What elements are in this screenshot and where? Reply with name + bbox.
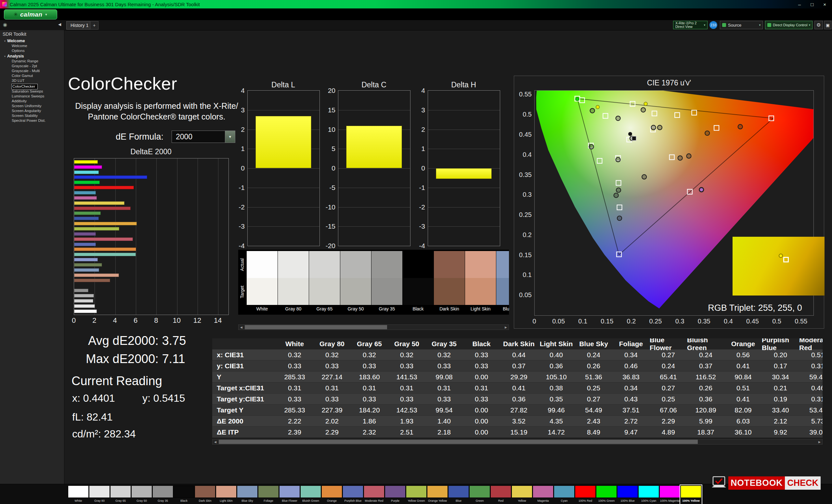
sidebar-item-screen-uniformity[interactable]: Screen Uniformity — [0, 104, 64, 109]
patch-blue-sky[interactable]: Blue Sky — [237, 485, 258, 504]
swatch-strip-scrollbar[interactable]: ◀ ▶ — [238, 325, 509, 330]
patch-orange[interactable]: Orange — [321, 485, 342, 504]
patch-black[interactable]: Black — [174, 485, 194, 504]
display-control-dropdown[interactable]: Direct Display Control ▼ — [765, 21, 812, 29]
delta-chart-title: Delta L — [247, 81, 319, 89]
patch-red[interactable]: Red — [490, 485, 511, 504]
close-button[interactable]: × — [823, 2, 826, 7]
delta-gridline — [428, 226, 500, 227]
meter-dropdown[interactable]: X-Rite i1Pro 2 Direct View ▼ — [673, 21, 707, 29]
scroll-right-icon[interactable]: ▶ — [817, 440, 822, 444]
sidebar-item-3d-lut[interactable]: 3D LUT — [0, 78, 64, 83]
sidebar-item-welcome[interactable]: Welcome — [0, 44, 64, 48]
patch-100-magenta[interactable]: 100% Magenta — [659, 485, 680, 504]
patch-100-cyan[interactable]: 100% Cyan — [638, 485, 659, 504]
sidebar-item-saturation-sweeps[interactable]: Saturation Sweeps — [0, 89, 64, 94]
patch-100-blue[interactable]: 100% Blue — [617, 485, 638, 504]
patch-100-red[interactable]: 100% Red — [575, 485, 596, 504]
swatch-target — [496, 278, 509, 305]
table-cell: 0.32 — [351, 349, 388, 360]
layout-button[interactable]: ▣ — [824, 21, 831, 29]
table-column-blue-flower: Blue Flower — [650, 338, 687, 349]
sidebar-item-luminance-sweeps[interactable]: Luminance Sweeps — [0, 94, 64, 99]
page-title: ColorChecker — [68, 74, 177, 93]
patch-magenta[interactable]: Magenta — [533, 485, 553, 504]
patch-gray-50[interactable]: Gray 50 — [131, 485, 152, 504]
patch-gray-65[interactable]: Gray 65 — [110, 485, 131, 504]
scrollbar-track[interactable] — [244, 325, 503, 330]
maximize-button[interactable]: □ — [810, 2, 813, 7]
patch-cyan[interactable]: Cyan — [554, 485, 575, 504]
sidebar-item-color-gamut[interactable]: Color Gamut — [0, 74, 64, 78]
table-cell: 2.51 — [388, 427, 425, 438]
sidebar-item-options[interactable]: Options — [0, 48, 64, 53]
sidebar-item-grayscale-multi[interactable]: Grayscale - Multi — [0, 68, 64, 74]
sidebar-collapse-icon[interactable]: ◀ — [58, 22, 61, 27]
patch-purple[interactable]: Purple — [385, 485, 406, 504]
scrollbar-track[interactable] — [218, 439, 817, 444]
patch-dark-skin[interactable]: Dark Skin — [195, 485, 215, 504]
delta-chart-title: Delta H — [428, 81, 499, 89]
scroll-left-icon[interactable]: ◀ — [212, 440, 218, 444]
patch-blue[interactable]: Blue — [448, 485, 469, 504]
colorchecker-data-table: WhiteGray 80Gray 65Gray 50Gray 35BlackDa… — [212, 338, 823, 438]
scroll-right-icon[interactable]: ▶ — [503, 326, 509, 329]
patch-100-yellow[interactable]: 100% Yellow — [680, 485, 701, 504]
tab-history-1[interactable]: History 1 — [66, 21, 93, 30]
patch-yellow[interactable]: Yellow — [512, 485, 532, 504]
patch-green[interactable]: Green — [469, 485, 490, 504]
patch-light-skin[interactable]: Light Skin — [216, 485, 237, 504]
patch-moderate-red[interactable]: Moderate Red — [364, 485, 385, 504]
sidebar-item-grayscale-2pt[interactable]: Grayscale - 2pt — [0, 64, 64, 68]
swatch-label: Blue Sky — [496, 305, 509, 313]
sidebar-item-colorchecker[interactable]: ColorChecker — [12, 84, 37, 89]
patch-orange-yellow[interactable]: Orange Yellow — [427, 485, 448, 504]
table-cell: 0.00 — [463, 416, 500, 426]
patch-100-green[interactable]: 100% Green — [596, 485, 617, 504]
minimize-button[interactable]: – — [798, 2, 801, 7]
delta-chart-title: Delta C — [338, 81, 410, 89]
patch-swatch — [469, 485, 490, 498]
add-tab-button[interactable]: + — [90, 21, 99, 30]
workspace-pin-icon[interactable]: ◉ — [3, 22, 7, 28]
scrollbar-thumb[interactable] — [245, 325, 387, 329]
deltae-bar-white — [74, 309, 97, 313]
patch-label: Blue Sky — [237, 498, 258, 504]
table-cell: 0.32 — [313, 349, 351, 360]
patch-blue-flower[interactable]: Blue Flower — [279, 485, 300, 504]
sidebar-item-screen-angularity[interactable]: Screen Angularity — [0, 109, 64, 113]
sidebar-item-additivity[interactable]: Additivity — [0, 99, 64, 104]
patch-gray-80[interactable]: Gray 80 — [89, 485, 110, 504]
swatch-target — [434, 278, 465, 305]
patch-foliage[interactable]: Foliage — [258, 485, 279, 504]
table-cell: 8.49 — [575, 427, 612, 438]
source-dropdown[interactable]: Source ▼ — [720, 21, 763, 29]
patch-white[interactable]: White — [68, 485, 89, 504]
sidebar-section-analysis[interactable]: ▾Analysis — [0, 53, 64, 59]
sidebar-section-welcome[interactable]: ▾Welcome — [0, 38, 64, 44]
sidebar-item-spectral-power-dist[interactable]: Spectral Power Dist. — [0, 118, 64, 123]
scrollbar-thumb[interactable] — [219, 440, 698, 444]
calman-logo-button[interactable]: ✳ calman ▼ — [4, 9, 57, 20]
swatch-target — [340, 278, 371, 305]
cie-accent-marker — [700, 188, 703, 192]
patch-purplish-blue[interactable]: Purplish Blue — [342, 485, 363, 504]
patch-gray-35[interactable]: Gray 35 — [152, 485, 173, 504]
measurement-count-badge[interactable]: 233 — [709, 21, 717, 29]
delta-gridline — [248, 168, 319, 169]
de-formula-select[interactable]: 2000 ▼ — [172, 131, 235, 143]
table-scrollbar[interactable]: ◀ ▶ — [212, 439, 823, 445]
cie-measured-marker — [617, 216, 622, 221]
patch-yellow-green[interactable]: Yellow Green — [406, 485, 427, 504]
sidebar-item-screen-stability[interactable]: Screen Stability — [0, 113, 64, 118]
delta-y-tick: -3 — [231, 222, 245, 230]
deltae-x-tick: 6 — [134, 316, 137, 325]
table-cell: 2.39 — [276, 427, 313, 438]
cie-measured-marker — [738, 124, 743, 129]
patch-bluish-green[interactable]: Bluish Green — [300, 485, 321, 504]
settings-button[interactable]: ⚙ — [814, 21, 823, 29]
sidebar-item-dynamic-range[interactable]: Dynamic Range — [0, 59, 64, 64]
deltae-bar-row — [74, 258, 229, 261]
scroll-left-icon[interactable]: ◀ — [238, 326, 244, 329]
deltae-bar-row — [74, 186, 229, 189]
